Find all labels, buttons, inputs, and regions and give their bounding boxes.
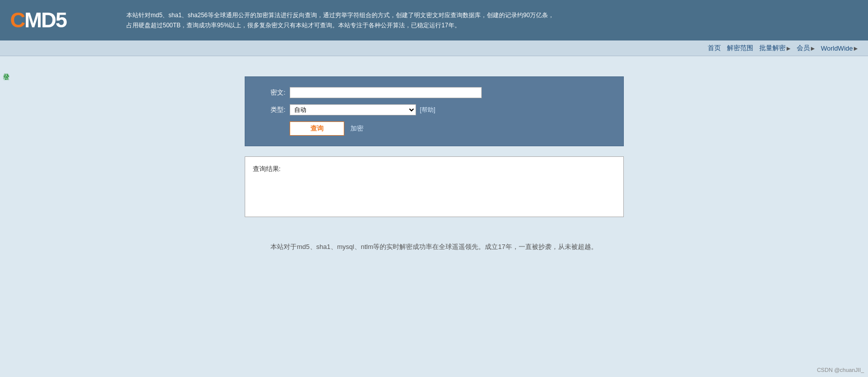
type-select[interactable]: 自动 md5 sha1 sha256 mysql ntlm: [290, 104, 416, 115]
watermark-text: CSDN @chuanJII_: [817, 367, 864, 373]
result-label: 查询结果:: [253, 165, 281, 173]
nav-worldwide-label: WorldWide: [821, 45, 853, 52]
description-line2: 占用硬盘超过500TB，查询成功率95%以上，很多复杂密文只有本站才可查询。本站…: [126, 20, 858, 30]
type-row: 类型: 自动 md5 sha1 sha256 mysql ntlm [帮助]: [260, 104, 608, 115]
csdn-watermark: CSDN @chuanJII_: [817, 367, 864, 373]
nav-member[interactable]: 会员 ▶: [797, 44, 815, 53]
navigation-bar: 首页 解密范围 批量解密 ▶ 会员 ▶ WorldWide ▶: [0, 40, 868, 56]
nav-batch-decrypt[interactable]: 批量解密 ▶: [759, 44, 791, 53]
form-actions: 查询 加密: [260, 121, 608, 136]
logo-rest: MD5: [24, 8, 66, 32]
nav-batch-decrypt-label: 批量解密: [759, 44, 786, 53]
description-line1: 本站针对md5、sha1、sha256等全球通用公开的加密算法进行反向查询，通过…: [126, 10, 858, 20]
encrypt-link[interactable]: 加密: [350, 124, 363, 133]
nav-home[interactable]: 首页: [708, 44, 721, 53]
cipher-row: 密文:: [260, 87, 608, 98]
nav-member-label: 会员: [797, 44, 810, 53]
main-content: 密文: 类型: 自动 md5 sha1 sha256 mysql ntlm [帮…: [0, 56, 868, 227]
nav-worldwide[interactable]: WorldWide ▶: [821, 45, 858, 52]
nav-batch-decrypt-arrow: ▶: [787, 46, 791, 51]
cipher-label: 密文:: [260, 88, 286, 97]
footer-text: 本站对于md5、sha1、mysql、ntlm等的实时解密成功率在全球遥遥领先。…: [270, 243, 597, 250]
logo-c: C: [10, 8, 24, 32]
type-label: 类型:: [260, 105, 286, 114]
query-button[interactable]: 查询: [290, 121, 344, 136]
help-link[interactable]: [帮助]: [420, 106, 436, 114]
site-header: CMD5 本站针对md5、sha1、sha256等全球通用公开的加密算法进行反向…: [0, 0, 868, 40]
site-logo: CMD5: [10, 8, 66, 32]
result-box: 查询结果:: [245, 156, 624, 217]
logo-area: CMD5: [10, 8, 121, 32]
header-description: 本站针对md5、sha1、sha256等全球通用公开的加密算法进行反向查询，通过…: [121, 10, 858, 31]
cipher-input[interactable]: [290, 87, 482, 98]
nav-worldwide-arrow: ▶: [854, 46, 858, 51]
search-panel: 密文: 类型: 自动 md5 sha1 sha256 mysql ntlm [帮…: [245, 76, 624, 146]
nav-decrypt-range[interactable]: 解密范围: [727, 44, 753, 53]
sidebar-login-link[interactable]: 登录: [0, 66, 12, 71]
nav-member-arrow: ▶: [811, 46, 815, 51]
footer: 本站对于md5、sha1、mysql、ntlm等的实时解密成功率在全球遥遥领先。…: [0, 227, 868, 257]
